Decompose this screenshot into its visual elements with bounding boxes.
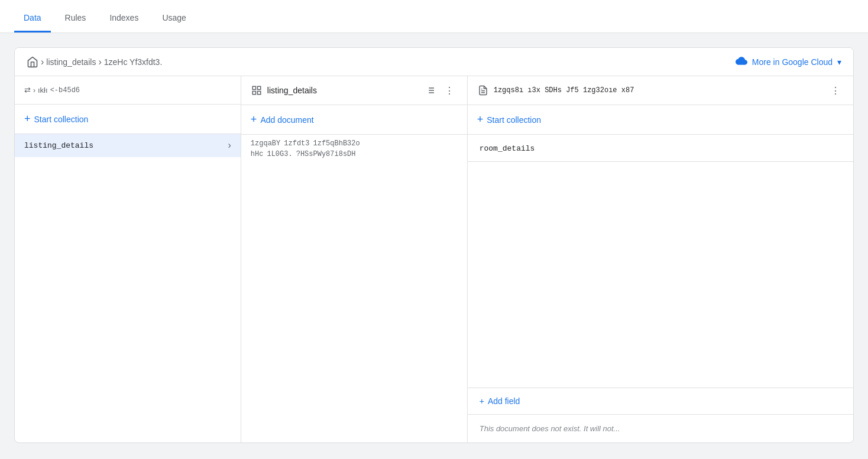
middle-col-header: listing_details ⋮ <box>241 76 467 105</box>
more-in-cloud-label: More in Google Cloud <box>752 57 833 67</box>
chevron-down-icon: ▾ <box>837 57 841 67</box>
document-icon <box>477 84 489 96</box>
tab-rules[interactable]: Rules <box>56 4 96 32</box>
doc-id-row-1: 1zgqaBY 1zfdt3 1zf5qBhB32o <box>251 139 458 148</box>
right-col-header: 1zgqs8ı ı3x SDHs Jf5 1zg32oıe x87 ⋮ <box>468 76 853 105</box>
breadcrumb-sep-2: › <box>98 57 101 67</box>
tab-indexes[interactable]: Indexes <box>100 4 148 32</box>
field-name-room-details: room_details <box>480 144 535 153</box>
svg-rect-1 <box>257 86 260 89</box>
top-nav: Data Rules Indexes Usage <box>0 0 868 33</box>
breadcrumb-collection[interactable]: listing_details <box>46 57 96 67</box>
doc-id-2b: 1L0G3. <box>267 150 292 158</box>
add-field-label: Add field <box>488 396 520 406</box>
add-document-btn[interactable]: + Add document <box>241 105 467 135</box>
nav-path-id: <-b45d6 <box>50 86 80 95</box>
more-in-google-cloud-btn[interactable]: More in Google Cloud ▾ <box>736 55 841 69</box>
doc-not-exist-msg: This document does not exist. It will no… <box>468 415 853 442</box>
item-arrow-icon: › <box>228 140 231 151</box>
middle-column: listing_details ⋮ <box>241 76 468 442</box>
right-spacer <box>468 162 853 388</box>
breadcrumb-bar: › listing_details › 1zeHc Yf3xfdt3. More… <box>15 48 853 76</box>
more-options-icon-middle[interactable]: ⋮ <box>441 82 458 99</box>
main-content: › listing_details › 1zeHc Yf3xfdt3. More… <box>0 33 868 459</box>
tab-usage[interactable]: Usage <box>153 4 195 32</box>
tab-data[interactable]: Data <box>14 4 51 32</box>
left-column: ⇄ › ıkłı <-b45d6 + Start collection list… <box>15 76 241 442</box>
nav-path-text: ıkłı <box>38 86 48 95</box>
collection-item-listing-details[interactable]: listing_details › <box>15 134 241 157</box>
start-collection-label-right: Start collection <box>487 115 541 125</box>
field-room-details: room_details <box>468 135 853 162</box>
left-col-header: ⇄ › ıkłı <-b45d6 <box>15 76 241 105</box>
breadcrumb-sep-1: › <box>41 57 44 67</box>
columns-wrapper: ⇄ › ıkłı <-b45d6 + Start collection list… <box>15 76 853 442</box>
middle-header-actions: ⋮ <box>422 82 458 99</box>
add-field-btn[interactable]: + Add field <box>468 388 853 415</box>
right-doc-path: 1zgqs8ı ı3x SDHs Jf5 1zg32oıe x87 <box>494 86 822 95</box>
middle-col-title: listing_details <box>267 86 417 95</box>
doc-id-2a: hHc <box>251 150 264 158</box>
doc-id-1b: 1zfdt3 <box>284 139 309 148</box>
cloud-icon <box>736 55 747 69</box>
start-collection-btn-right[interactable]: + Start collection <box>468 105 853 135</box>
breadcrumb-left: › listing_details › 1zeHc Yf3xfdt3. <box>27 56 162 68</box>
svg-rect-0 <box>252 86 255 89</box>
nav-chevron: › <box>33 86 35 95</box>
breadcrumb-document[interactable]: 1zeHc Yf3xfdt3. <box>104 57 163 67</box>
plus-icon-left: + <box>24 113 31 125</box>
svg-rect-2 <box>257 92 260 95</box>
doc-id-2c: ?HSsPWy87i8sDH <box>296 150 356 158</box>
collection-icon <box>251 84 263 96</box>
filter-icon[interactable] <box>422 82 439 99</box>
add-document-label: Add document <box>260 115 313 125</box>
sort-icon: ⇄ <box>24 86 31 95</box>
svg-rect-3 <box>252 92 255 95</box>
doc-id-row-2: hHc 1L0G3. ?HSsPWy87i8sDH <box>251 150 458 158</box>
home-icon[interactable] <box>27 56 38 68</box>
collection-label: listing_details <box>24 141 228 150</box>
start-collection-btn-left[interactable]: + Start collection <box>15 105 241 134</box>
doc-id-1c: 1zf5qBhB32o <box>313 139 360 148</box>
plus-icon-add-field: + <box>480 396 484 406</box>
document-item-1[interactable]: 1zgqaBY 1zfdt3 1zf5qBhB32o hHc 1L0G3. ?H… <box>241 135 467 164</box>
start-collection-label-left: Start collection <box>34 115 89 124</box>
left-nav-path: ⇄ › ıkłı <-b45d6 <box>24 86 80 95</box>
right-column: 1zgqs8ı ı3x SDHs Jf5 1zg32oıe x87 ⋮ + St… <box>468 76 853 442</box>
more-options-icon-right[interactable]: ⋮ <box>827 82 844 99</box>
plus-icon-right: + <box>477 113 484 126</box>
doc-id-1a: 1zgqaBY <box>251 139 280 148</box>
firestore-panel: › listing_details › 1zeHc Yf3xfdt3. More… <box>14 47 854 443</box>
plus-icon-middle: + <box>251 113 257 126</box>
